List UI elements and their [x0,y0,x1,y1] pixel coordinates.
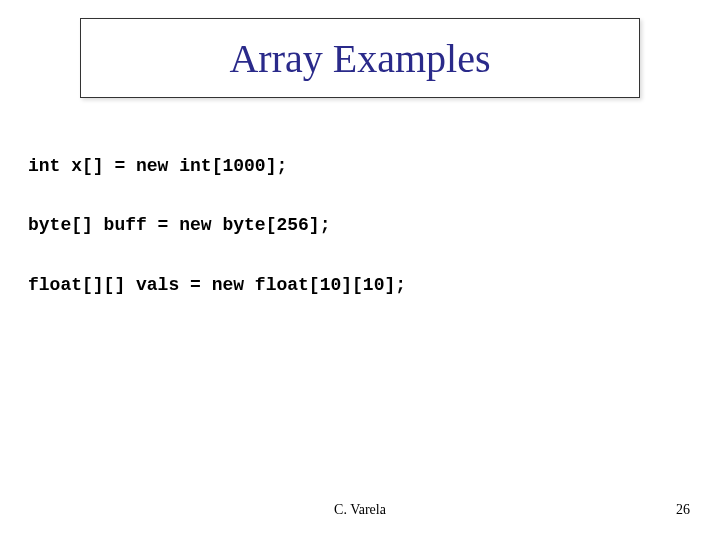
title-box: Array Examples [80,18,640,98]
footer-author: C. Varela [0,502,720,518]
code-area: int x[] = new int[1000]; byte[] buff = n… [28,155,406,333]
code-line-1: int x[] = new int[1000]; [28,155,406,178]
footer-page-number: 26 [676,502,690,518]
code-line-3: float[][] vals = new float[10][10]; [28,274,406,297]
slide-title: Array Examples [229,35,490,82]
code-line-2: byte[] buff = new byte[256]; [28,214,406,237]
